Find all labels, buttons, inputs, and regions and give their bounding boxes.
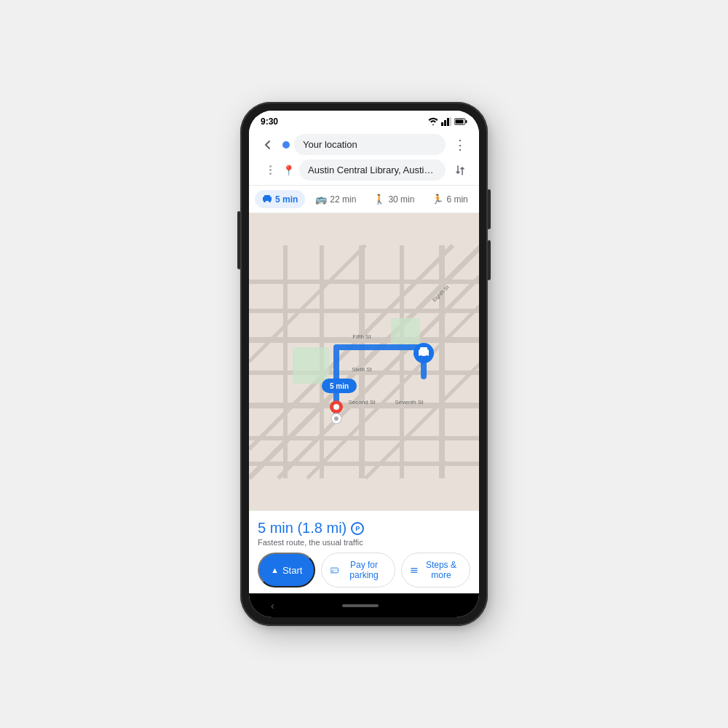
svg-rect-3	[450, 117, 451, 126]
transit-icon: 🚌	[315, 194, 327, 205]
svg-rect-49	[331, 569, 338, 571]
status-bar: 9:30	[249, 111, 479, 130]
destination-pin-icon: 📍	[282, 165, 295, 176]
svg-point-47	[334, 416, 339, 421]
svg-rect-30	[293, 347, 329, 384]
parking-card-icon	[331, 566, 338, 574]
route-time-row: 5 min (1.8 mi) P	[258, 520, 470, 537]
driving-time: 5 min	[275, 194, 298, 205]
svg-rect-8	[264, 195, 270, 197]
nav-header: Your location ⋮ 📍 Austin Central Library…	[249, 130, 479, 186]
svg-point-42	[419, 355, 422, 358]
pay-for-parking-button[interactable]: Pay for parking	[321, 553, 395, 587]
svg-point-43	[425, 355, 428, 358]
svg-point-9	[264, 200, 266, 202]
tab-driving[interactable]: 5 min	[255, 190, 305, 208]
battery-icon	[454, 118, 467, 125]
start-button[interactable]: ▲ Start	[258, 553, 315, 587]
status-time: 9:30	[261, 116, 278, 127]
steps-more-button[interactable]: Steps & more	[401, 553, 470, 587]
walk-time: 30 min	[388, 194, 414, 205]
svg-rect-0	[441, 122, 443, 126]
toll-icon: P	[351, 522, 364, 535]
run-icon: 🏃	[432, 194, 443, 205]
swap-directions-button[interactable]	[450, 160, 470, 181]
signal-icon	[441, 117, 451, 126]
svg-text:5 min: 5 min	[330, 382, 349, 390]
origin-dot-blue	[282, 141, 290, 149]
back-button[interactable]	[258, 135, 278, 155]
origin-input[interactable]: Your location	[294, 134, 446, 155]
svg-point-45	[333, 404, 339, 410]
steps-icon	[411, 566, 418, 574]
svg-rect-31	[391, 318, 420, 347]
walk-icon: 🚶	[373, 194, 385, 205]
svg-text:Fifth St: Fifth St	[352, 333, 371, 340]
route-description: Fastest route, the usual traffic	[258, 538, 470, 547]
tab-transit[interactable]: 🚌 22 min	[308, 190, 363, 208]
route-duration: 5 min (1.8 mi)	[258, 520, 347, 537]
tab-walk[interactable]: 🚶 30 min	[366, 190, 422, 208]
tab-bike[interactable]: 🚲 10 m	[478, 190, 479, 208]
power-button[interactable]	[237, 211, 240, 269]
steps-label: Steps & more	[422, 560, 461, 580]
destination-row: 📍 Austin Central Library, Austin P...	[258, 159, 470, 181]
bottom-nav: ‹	[249, 593, 479, 617]
parking-label: Pay for parking	[342, 560, 386, 580]
status-icons	[428, 117, 467, 126]
swap-icon	[454, 165, 466, 176]
volume-up-button[interactable]	[488, 189, 491, 229]
svg-rect-1	[444, 120, 446, 126]
volume-down-button[interactable]	[488, 240, 491, 280]
svg-rect-50	[331, 571, 333, 571]
svg-rect-2	[447, 118, 449, 126]
svg-text:Second St: Second St	[349, 399, 376, 405]
transport-tabs: 5 min 🚌 22 min 🚶 30 min 🏃 6 min 🚲 10 m	[249, 186, 479, 213]
origin-row: Your location ⋮	[258, 134, 470, 155]
action-buttons: ▲ Start Pay for parking	[258, 553, 470, 587]
connector-dots	[258, 165, 278, 175]
more-icon: ⋮	[454, 137, 467, 153]
back-nav-button[interactable]: ‹	[271, 600, 274, 612]
svg-point-10	[269, 200, 271, 202]
svg-rect-5	[466, 120, 467, 123]
destination-input[interactable]: Austin Central Library, Austin P...	[299, 159, 446, 181]
start-icon: ▲	[271, 566, 279, 574]
nav-home-pill[interactable]	[342, 604, 379, 607]
run-time: 6 min	[446, 194, 467, 205]
transit-time: 22 min	[330, 194, 356, 205]
tab-run[interactable]: 🏃 6 min	[424, 190, 475, 208]
bottom-panel: 5 min (1.8 mi) P Fastest route, the usua…	[249, 510, 479, 593]
car-tab-icon	[262, 194, 272, 202]
route-info: 5 min (1.8 mi) P Fastest route, the usua…	[258, 520, 470, 547]
driving-icon	[262, 194, 272, 205]
svg-rect-6	[456, 120, 464, 124]
more-options-button[interactable]: ⋮	[450, 135, 470, 155]
svg-rect-41	[420, 347, 427, 351]
map-svg: Fifth St Sixth St Second St Seventh St E…	[249, 213, 479, 510]
phone-device: 9:30	[240, 102, 488, 626]
phone-screen: 9:30	[249, 111, 479, 617]
map-area[interactable]: Fifth St Sixth St Second St Seventh St E…	[249, 213, 479, 510]
wifi-icon	[428, 117, 438, 126]
back-arrow-icon	[262, 139, 274, 151]
svg-text:Sixth St: Sixth St	[352, 366, 372, 373]
svg-text:Seventh St: Seventh St	[395, 399, 424, 405]
start-label: Start	[282, 565, 302, 576]
